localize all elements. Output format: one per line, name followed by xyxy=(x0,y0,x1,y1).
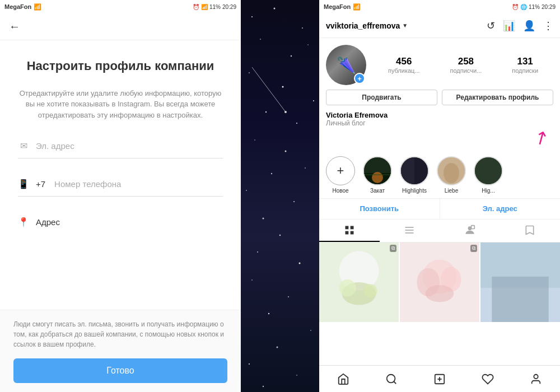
wifi-icon-right: 🌐 xyxy=(520,4,527,10)
svg-point-18 xyxy=(279,235,281,236)
address-field[interactable]: 📍 Адрес xyxy=(18,210,223,234)
svg-rect-45 xyxy=(405,230,414,231)
bookmark-icon xyxy=(524,225,535,236)
svg-point-20 xyxy=(299,263,301,264)
followers-label: подписчи... xyxy=(450,67,482,74)
extra-image xyxy=(475,157,502,184)
history-icon[interactable]: ↺ xyxy=(487,20,495,32)
username-area: vviktoria_effremova ▼ xyxy=(326,21,482,30)
highlight-extra-circle[interactable] xyxy=(474,156,503,185)
following-count: 131 xyxy=(512,56,538,67)
following-label: подписки xyxy=(512,67,538,74)
right-panel: MegaFon 📶 ⏰ 🌐 11% 20:29 vviktoria_effrem… xyxy=(319,0,560,392)
email-field[interactable]: ✉ Эл. адрес xyxy=(18,134,223,158)
svg-point-27 xyxy=(296,375,297,376)
avatar-container: 🌂 + xyxy=(326,45,366,85)
signal-icons-right: 📶 xyxy=(353,3,361,11)
nav-home[interactable] xyxy=(332,368,354,390)
carrier-icons-left: 📶 xyxy=(34,3,41,11)
edit-profile-button[interactable]: Редактировать профиль xyxy=(442,90,553,105)
bottom-section-left: Люди смогут писать эл. письма, звонить и… xyxy=(0,310,241,392)
nav-heart[interactable] xyxy=(477,368,499,390)
phone-field[interactable]: 📱 +7 Номер телефона xyxy=(18,172,223,197)
svg-rect-42 xyxy=(345,231,348,235)
bio-subtitle: Личный блог xyxy=(326,119,553,127)
nav-icons-right: ↺ 📊 👤 ⋮ xyxy=(487,20,553,32)
page-description-left: Отредактируйте или удалите любую информа… xyxy=(18,88,223,121)
alarm-icon-right: ⏰ xyxy=(512,4,519,10)
time-right: 20:29 xyxy=(542,4,556,10)
stat-posts: 456 публикац... xyxy=(388,56,420,74)
svg-point-19 xyxy=(257,251,258,253)
tab-saved[interactable] xyxy=(500,220,561,242)
highlight-liebe-circle[interactable] xyxy=(437,156,466,185)
svg-point-17 xyxy=(305,167,306,169)
top-nav-right: vviktoria_effremova ▼ ↺ 📊 👤 ⋮ xyxy=(319,13,560,38)
highlight-sunset[interactable]: Закат xyxy=(363,156,392,194)
profile-icon xyxy=(530,373,542,385)
promote-button[interactable]: Продвигать xyxy=(326,90,437,105)
highlight-new[interactable]: + Новое xyxy=(326,156,355,194)
svg-line-29 xyxy=(252,67,286,112)
svg-point-22 xyxy=(288,296,289,297)
svg-point-2 xyxy=(302,27,303,29)
email-contact-button[interactable]: Эл. адрес xyxy=(440,199,561,219)
done-button[interactable]: Готово xyxy=(13,358,227,383)
tab-list[interactable] xyxy=(380,220,440,242)
tab-tagged[interactable] xyxy=(440,220,500,242)
dropdown-arrow-icon[interactable]: ▼ xyxy=(402,22,408,29)
bottom-nav xyxy=(319,365,560,392)
svg-point-7 xyxy=(307,44,309,45)
svg-point-5 xyxy=(249,72,250,73)
multi-icon-2: ⧉ xyxy=(470,245,477,252)
more-icon[interactable]: ⋮ xyxy=(543,20,553,32)
bottom-text-left: Люди смогут писать эл. письма, звонить и… xyxy=(13,319,227,349)
photo-1-image xyxy=(319,242,399,322)
highlight-highlights-circle[interactable] xyxy=(400,156,429,185)
call-button[interactable]: Позвонить xyxy=(319,199,440,219)
wifi-icon-left: 📶 xyxy=(201,4,208,10)
photo-cell-1[interactable]: ⧉ xyxy=(319,242,399,322)
photo-cell-3[interactable] xyxy=(480,242,560,322)
highlight-liebe[interactable]: Liebe xyxy=(437,156,466,194)
add-person-icon[interactable]: 👤 xyxy=(523,20,535,32)
svg-rect-46 xyxy=(405,232,414,234)
time-left: 20:29 xyxy=(222,4,236,10)
highlight-add-circle[interactable]: + xyxy=(326,156,355,185)
svg-rect-61 xyxy=(492,277,548,322)
nav-search[interactable] xyxy=(380,368,403,390)
back-arrow-icon[interactable]: ← xyxy=(9,20,20,33)
liebe-image xyxy=(438,157,465,184)
svg-point-28 xyxy=(263,386,264,387)
highlight-sunset-circle[interactable] xyxy=(363,156,392,185)
svg-point-67 xyxy=(534,374,538,378)
photo-cell-2[interactable]: ⧉ xyxy=(400,242,479,322)
add-icon xyxy=(433,373,446,385)
highlight-extra[interactable]: Hig... xyxy=(474,156,503,194)
phone-icon: 📱 xyxy=(18,179,29,189)
page-title-left: Настроить профиль компании xyxy=(18,58,223,74)
svg-point-53 xyxy=(363,284,377,297)
action-buttons: Продвигать Редактировать профиль xyxy=(319,90,560,111)
carrier-right: MegaFon 📶 xyxy=(324,3,361,11)
left-content: Настроить профиль компании Отредактируйт… xyxy=(0,40,241,310)
highlight-extra-label: Hig... xyxy=(482,188,494,194)
grid-icon xyxy=(344,225,355,236)
svg-rect-34 xyxy=(364,174,391,175)
add-story-badge[interactable]: + xyxy=(354,73,365,84)
status-bar-right: MegaFon 📶 ⏰ 🌐 11% 20:29 xyxy=(319,0,560,13)
nav-add[interactable] xyxy=(428,368,451,390)
svg-rect-36 xyxy=(401,157,414,184)
stats-icon[interactable]: 📊 xyxy=(503,20,515,32)
highlight-highlights[interactable]: Highlights xyxy=(400,156,429,194)
svg-rect-40 xyxy=(345,226,348,230)
posts-count: 456 xyxy=(388,56,420,67)
alarm-icon: ⏰ xyxy=(193,4,199,10)
nav-profile[interactable] xyxy=(525,368,547,390)
svg-rect-44 xyxy=(405,227,414,228)
top-nav-left: ← xyxy=(0,13,241,40)
svg-point-6 xyxy=(282,86,284,88)
svg-rect-48 xyxy=(471,226,474,229)
tab-grid[interactable] xyxy=(319,220,380,242)
svg-point-11 xyxy=(285,151,287,152)
